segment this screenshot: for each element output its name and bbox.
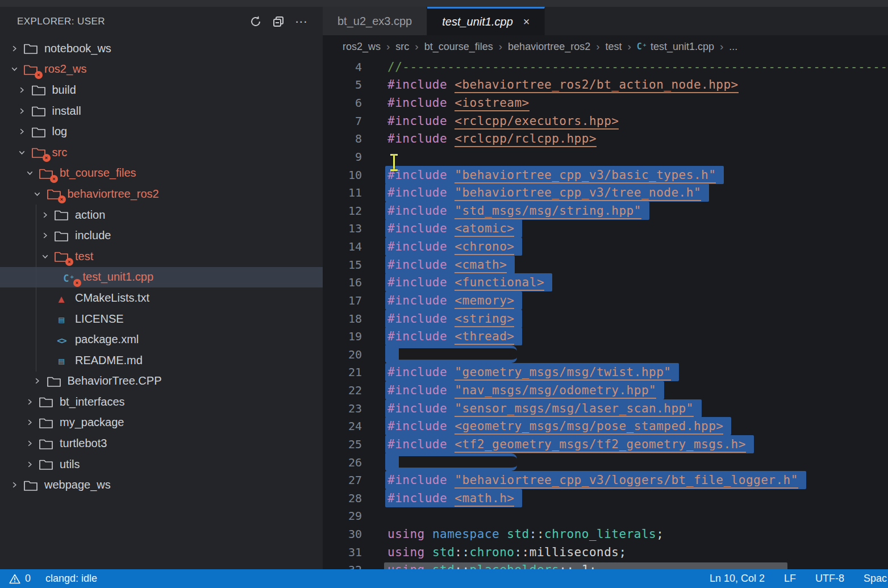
breadcrumb-item-behaviortree_ros2[interactable]: behaviortree_ros2: [508, 41, 590, 53]
line-number[interactable]: 4: [323, 60, 362, 74]
code-line-32[interactable]: 32using std::placeholders::_1;: [323, 561, 888, 570]
code-line-8[interactable]: 8#include <rclcpp/rclcpp.hpp>: [323, 130, 888, 148]
chevron-down-icon[interactable]: [37, 251, 52, 262]
close-icon[interactable]: ×: [523, 15, 530, 28]
line-number[interactable]: 30: [323, 527, 362, 541]
tree-row-webpage_ws[interactable]: webpage_ws: [0, 474, 323, 495]
chevron-right-icon[interactable]: [22, 417, 37, 428]
chevron-right-icon[interactable]: [22, 458, 37, 470]
code-line-20[interactable]: 20: [323, 345, 888, 364]
line-number[interactable]: 20: [323, 348, 362, 361]
line-number[interactable]: 8: [323, 132, 362, 145]
tree-row-build[interactable]: build: [0, 80, 323, 101]
line-number[interactable]: 17: [323, 294, 362, 307]
chevron-right-icon[interactable]: [37, 209, 52, 220]
eol-indicator[interactable]: LF: [784, 573, 796, 585]
line-number[interactable]: 7: [323, 114, 362, 128]
chevron-right-icon[interactable]: [15, 84, 30, 95]
code-line-19[interactable]: 19#include <thread>: [323, 327, 888, 345]
tab-test_unit1.cpp[interactable]: test_unit1.cpp×: [427, 7, 545, 35]
code-line-28[interactable]: 28#include <math.h>: [323, 489, 888, 507]
code-line-21[interactable]: 21#include "geometry_msgs/msg/twist.hpp": [323, 364, 888, 382]
line-number[interactable]: 32: [323, 563, 362, 569]
line-number[interactable]: 12: [323, 204, 362, 218]
code-line-24[interactable]: 24#include <geometry_msgs/msg/pose_stamp…: [323, 418, 888, 436]
breadcrumb-item-src[interactable]: src: [395, 41, 409, 53]
tree-row-notebook_ws[interactable]: notebook_ws: [0, 38, 323, 59]
code-line-10[interactable]: 10#include "behaviortree_cpp_v3/basic_ty…: [323, 166, 888, 184]
tree-row-action[interactable]: action: [0, 205, 323, 226]
indentation-indicator[interactable]: Spac: [864, 573, 887, 585]
tree-row-test_unit1.cpp[interactable]: C⁺×test_unit1.cpp: [0, 267, 323, 288]
tree-row-turtlebot3[interactable]: turtlebot3: [0, 433, 323, 454]
collapse-folders-button[interactable]: [267, 12, 290, 31]
chevron-down-icon[interactable]: [7, 64, 22, 75]
tree-row-README.md[interactable]: ▤README.md: [0, 350, 323, 371]
line-number[interactable]: 29: [323, 509, 362, 523]
code-line-31[interactable]: 31using std::chrono::milliseconds;: [323, 543, 888, 561]
breadcrumb-item-ros2_ws[interactable]: ros2_ws: [343, 41, 381, 53]
code-line-29[interactable]: 29: [323, 507, 888, 526]
clangd-status[interactable]: clangd: idle: [45, 573, 97, 585]
code-line-26[interactable]: 26: [323, 453, 888, 472]
breadcrumb-item-...[interactable]: ...: [729, 41, 737, 53]
chevron-right-icon[interactable]: [7, 43, 22, 54]
line-number[interactable]: 6: [323, 96, 362, 110]
chevron-right-icon[interactable]: [22, 396, 37, 407]
code-line-4[interactable]: 4//-------------------------------------…: [323, 58, 888, 76]
code-line-17[interactable]: 17#include <memory>: [323, 291, 888, 310]
problems-indicator[interactable]: 0: [9, 573, 31, 585]
line-number[interactable]: 24: [323, 419, 362, 433]
tree-row-LICENSE[interactable]: ▤LICENSE: [0, 308, 323, 330]
line-number[interactable]: 22: [323, 383, 362, 397]
chevron-down-icon[interactable]: [15, 147, 30, 158]
tree-row-CMakeLists.txt[interactable]: ▲CMakeLists.txt: [0, 287, 323, 308]
line-number[interactable]: 26: [323, 456, 362, 469]
line-number[interactable]: 28: [323, 491, 362, 505]
chevron-right-icon[interactable]: [22, 438, 37, 449]
tree-row-utils[interactable]: utils: [0, 454, 323, 475]
tree-row-bt_interfaces[interactable]: bt_interfaces: [0, 391, 323, 412]
more-actions-button[interactable]: ···: [290, 12, 312, 31]
line-number[interactable]: 18: [323, 312, 362, 326]
tree-row-BehaviorTree.CPP[interactable]: BehaviorTree.CPP: [0, 371, 323, 392]
refresh-explorer-button[interactable]: [244, 12, 267, 31]
tree-row-include[interactable]: include: [0, 225, 323, 246]
chevron-right-icon[interactable]: [15, 126, 30, 137]
code-line-18[interactable]: 18#include <string>: [323, 310, 888, 328]
line-number[interactable]: 11: [323, 186, 362, 199]
line-number[interactable]: 23: [323, 402, 362, 415]
code-line-23[interactable]: 23#include "sensor_msgs/msg/laser_scan.h…: [323, 399, 888, 418]
tree-row-my_package[interactable]: my_package: [0, 412, 323, 433]
code-line-6[interactable]: 6#include <iostream>: [323, 94, 888, 112]
chevron-down-icon[interactable]: [22, 168, 37, 179]
tree-row-src[interactable]: ×src: [0, 142, 323, 163]
tree-row-test[interactable]: ×test: [0, 246, 323, 267]
line-number[interactable]: 16: [323, 276, 362, 289]
code-line-5[interactable]: 5#include <behaviortree_ros2/bt_action_n…: [323, 76, 888, 94]
breadcrumb-item-test[interactable]: test: [606, 41, 622, 53]
chevron-down-icon[interactable]: [30, 188, 45, 199]
code-line-13[interactable]: 13#include <atomic>: [323, 220, 888, 238]
tab-bt_u2_ex3.cpp[interactable]: bt_u2_ex3.cpp: [323, 7, 427, 35]
chevron-right-icon[interactable]: [30, 376, 45, 387]
tree-row-bt_course_files[interactable]: ×bt_course_files: [0, 163, 323, 184]
chevron-right-icon[interactable]: [7, 479, 22, 491]
cursor-position[interactable]: Ln 10, Col 2: [710, 573, 765, 585]
tree-row-behaviortree_ros2[interactable]: ×behaviortree_ros2: [0, 184, 323, 205]
code-line-7[interactable]: 7#include <rclcpp/executors.hpp>: [323, 112, 888, 130]
tree-row-package.xml[interactable]: <>package.xml: [0, 329, 323, 350]
line-number[interactable]: 14: [323, 240, 362, 253]
tree-row-log[interactable]: log: [0, 121, 323, 142]
code-line-12[interactable]: 12#include "std_msgs/msg/string.hpp": [323, 202, 888, 220]
line-number[interactable]: 19: [323, 330, 362, 343]
code-line-16[interactable]: 16#include <functional>: [323, 274, 888, 292]
line-number[interactable]: 15: [323, 258, 362, 272]
line-number[interactable]: 31: [323, 545, 362, 559]
code-line-14[interactable]: 14#include <chrono>: [323, 237, 888, 256]
code-line-11[interactable]: 11#include "behaviortree_cpp_v3/tree_nod…: [323, 184, 888, 202]
line-number[interactable]: 27: [323, 473, 362, 487]
code-editor[interactable]: 4//-------------------------------------…: [323, 58, 888, 569]
breadcrumb-item-bt_course_files[interactable]: bt_course_files: [424, 41, 493, 53]
tree-row-ros2_ws[interactable]: ×ros2_ws: [0, 59, 323, 80]
